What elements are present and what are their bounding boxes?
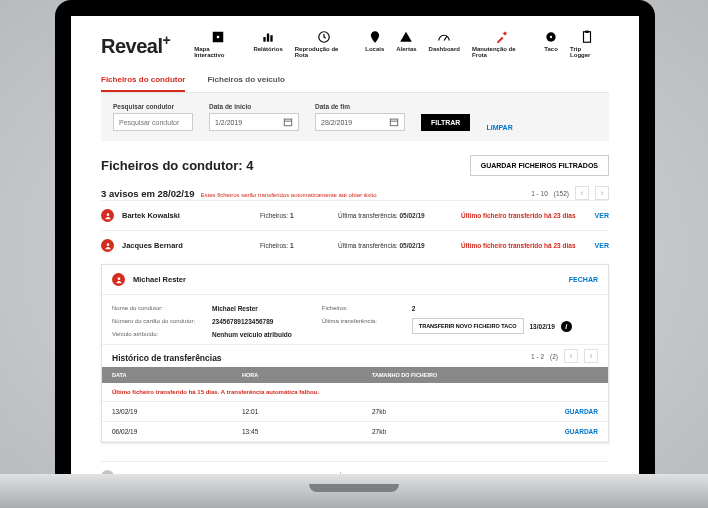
value-files: 2 [412,305,416,312]
warning-text: Último ficheiro transferido há 23 dias [461,212,587,219]
nav-label: Manutenção de Frota [472,46,532,58]
cell-time: 12:01 [242,408,372,415]
svg-rect-11 [284,119,292,126]
svg-rect-10 [585,31,589,33]
label-card: Número do cartão do condutor: [112,318,202,325]
svg-rect-13 [390,119,398,126]
start-date-value: 1/2/2019 [215,119,242,126]
clipboard-icon [580,30,594,44]
svg-rect-9 [583,32,590,43]
map-icon [211,30,225,44]
history-row: 06/02/19 13:45 27kb GUARDAR [102,422,608,442]
reports-icon [261,30,275,44]
save-link[interactable]: GUARDAR [565,408,598,415]
value-name: Michael Rester [212,305,258,312]
end-date-input[interactable]: 28/2/2019 [315,113,405,131]
history-pager-prev[interactable]: ‹ [564,349,578,363]
nav-label: Mapa Interactivo [194,46,241,58]
tab-driver-files[interactable]: Ficheiros do condutor [101,69,185,92]
svg-point-15 [106,213,109,216]
pager: 1 - 10 (152) ‹ › [531,186,609,200]
pin-icon [368,30,382,44]
tab-vehicle-files[interactable]: Ficheiros do veículo [207,69,284,92]
label-last: Última transferência: [322,318,402,334]
nav-label: Taco [544,46,558,52]
last-transfer-col: Última transferência: 05/02/19 [338,242,453,249]
pager-range: 1 - 10 [531,190,548,197]
save-filtered-button[interactable]: GUARDAR FICHEIROS FILTRADOS [470,155,609,176]
nav-trip[interactable]: Trip Logger [564,30,609,58]
warning-badge-icon [101,239,114,252]
view-link[interactable]: VER [595,242,609,249]
cell-size: 27kb [372,428,565,435]
page-title: Ficheiros do condutor: 4 [101,158,253,173]
nav-places[interactable]: Locais [359,30,390,58]
warning-badge-icon [101,209,114,222]
driver-name: Bartek Kowalski [122,211,252,220]
svg-point-16 [106,243,109,246]
nav-label: Reprodução de Rota [295,46,354,58]
disc-icon [544,30,558,44]
nav-reports[interactable]: Relátórios [247,30,288,58]
clear-button[interactable]: LIMPAR [486,124,512,131]
warning-text: Último ficheiro transferido há 23 dias [461,242,587,249]
calendar-icon [389,117,399,127]
history-pager-total: (2) [550,353,558,360]
pager-next[interactable]: › [595,186,609,200]
value-card: 23456789123456789 [212,318,273,325]
nav-dashboard[interactable]: Dashboard [423,30,466,58]
nav-label: Dashboard [429,46,460,52]
svg-point-17 [117,277,120,280]
wrench-icon [495,30,509,44]
history-row: 13/02/19 12:01 27kb GUARDAR [102,402,608,422]
col-size: TAMANHO DO FICHEIRO [372,372,598,378]
nav-label: Alertas [396,46,416,52]
files-col: Ficheiros: 1 [260,242,330,249]
files-col: Ficheiros: 1 [260,212,330,219]
svg-point-8 [550,36,552,38]
nav-label: Locais [365,46,384,52]
filter-bar: Pesquisar condutor Data de início 1/2/20… [101,93,609,141]
value-vehicle: Nenhum veículo atribuído [212,331,292,338]
info-icon[interactable]: i [561,321,572,332]
label-files: Ficheiros: [322,305,402,312]
svg-rect-4 [270,35,272,41]
close-link[interactable]: FECHAR [569,276,598,283]
save-link[interactable]: GUARDAR [565,428,598,435]
view-link[interactable]: VER [595,212,609,219]
gauge-icon [437,30,451,44]
driver-name: Michael Rester [133,275,186,284]
history-header: DATA HORA TAMANHO DO FICHEIRO [102,367,608,383]
svg-rect-2 [263,37,265,42]
history-pager-next[interactable]: › [584,349,598,363]
driver-name: Jacques Bernard [122,241,252,250]
nav-map[interactable]: Mapa Interactivo [188,30,247,58]
app-header: Reveal+ Mapa Interactivo Relátórios [101,30,609,59]
label-name: Nome do condutor: [112,305,202,312]
nav-alerts[interactable]: Alertas [390,30,422,58]
nav-route[interactable]: Reprodução de Rota [289,30,360,58]
svg-rect-3 [267,34,269,42]
search-label: Pesquisar condutor [113,103,193,110]
search-input[interactable] [113,113,193,131]
col-time: HORA [242,372,372,378]
pager-prev[interactable]: ‹ [575,186,589,200]
filter-button[interactable]: FILTRAR [421,114,470,131]
end-date-label: Data de fim [315,103,405,110]
history-warning: Último ficheiro transferido há 15 dias. … [102,383,608,402]
nav-taco[interactable]: Taco [538,30,564,58]
driver-row: Bartek Kowalski Ficheiros: 1 Última tran… [101,200,609,230]
history-pager-range: 1 - 2 [531,353,544,360]
cell-time: 13:45 [242,428,372,435]
svg-line-6 [444,36,447,40]
history-icon [317,30,331,44]
nav-fleet[interactable]: Manutenção de Frota [466,30,538,58]
nav-label: Trip Logger [570,46,603,58]
nav-label: Relátórios [253,46,282,52]
alert-icon [399,30,413,44]
transfer-button[interactable]: TRANSFERIR NOVO FICHEIRO TACO [412,318,524,334]
warning-badge-icon [112,273,125,286]
calendar-icon [283,117,293,127]
start-date-input[interactable]: 1/2/2019 [209,113,299,131]
history-pager: 1 - 2 (2) ‹ › [531,349,608,363]
